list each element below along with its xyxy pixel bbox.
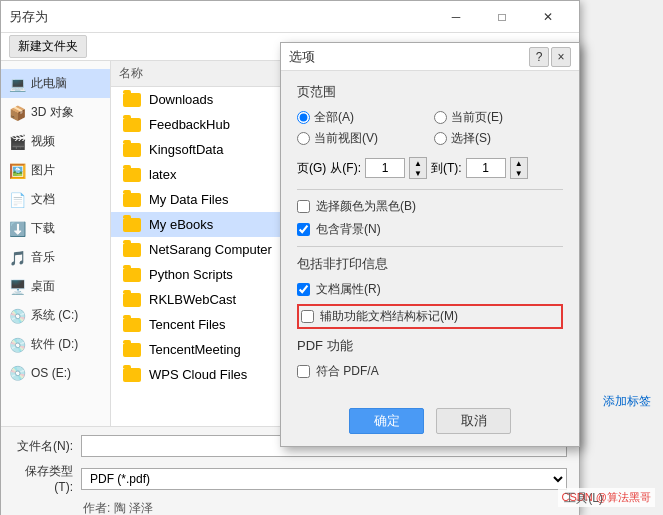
pictures-icon: 🖼️	[9, 163, 25, 179]
radio-currentview-label: 当前视图(V)	[314, 130, 378, 147]
sidebar-item-os-e[interactable]: 💿 OS (E:)	[1, 359, 110, 387]
color-checkbox-row: 选择颜色为黑色(B)	[297, 198, 563, 215]
filename-label: 文件名(N):	[13, 438, 73, 455]
minimize-button[interactable]: ─	[433, 1, 479, 33]
file-name: Tencent Files	[149, 317, 226, 332]
to-label: 到(T):	[431, 160, 462, 177]
options-title-bar: 选项 ? ×	[281, 43, 579, 71]
tools-label: 工具(L)	[564, 490, 603, 507]
background-checkbox-row: 包含背景(N)	[297, 221, 563, 238]
options-dialog-title: 选项	[289, 48, 315, 66]
folder-icon	[123, 343, 141, 357]
folder-icon	[123, 318, 141, 332]
folder-icon	[123, 243, 141, 257]
music-icon: 🎵	[9, 250, 25, 266]
sidebar-item-pictures[interactable]: 🖼️ 图片	[1, 156, 110, 185]
structure-tags-label: 辅助功能文档结构标记(M)	[320, 308, 458, 325]
to-input[interactable]	[466, 158, 506, 178]
background-label: 包含背景(N)	[316, 221, 381, 238]
options-footer: 确定 取消	[281, 398, 579, 446]
sidebar-item-music[interactable]: 🎵 音乐	[1, 243, 110, 272]
to-spinner-down[interactable]: ▼	[511, 168, 527, 178]
drive-c-icon: 💿	[9, 308, 25, 324]
folder-icon	[123, 368, 141, 382]
options-body: 页范围 全部(A) 当前页(E) 当前视图(V) 选择(S) 页(G) 从	[281, 71, 579, 398]
filetype-label: 保存类型(T):	[13, 463, 73, 494]
sidebar-item-desktop[interactable]: 🖥️ 桌面	[1, 272, 110, 301]
maximize-button[interactable]: □	[479, 1, 525, 33]
radio-all-label: 全部(A)	[314, 109, 354, 126]
color-checkbox[interactable]	[297, 200, 310, 213]
from-input[interactable]	[365, 158, 405, 178]
sidebar-item-downloads[interactable]: ⬇️ 下载	[1, 214, 110, 243]
folder-icon	[123, 93, 141, 107]
from-label: 从(F):	[330, 160, 361, 177]
file-name: WPS Cloud Files	[149, 367, 247, 382]
radio-selection-label: 选择(S)	[451, 130, 491, 147]
options-title-buttons: ? ×	[529, 47, 571, 67]
sidebar-item-soft-d[interactable]: 💿 软件 (D:)	[1, 330, 110, 359]
folder-icon	[123, 168, 141, 182]
drive-e-icon: 💿	[9, 365, 25, 381]
pdf-section: PDF 功能 符合 PDF/A	[297, 337, 563, 380]
file-name: latex	[149, 167, 176, 182]
radio-selection[interactable]: 选择(S)	[434, 130, 563, 147]
from-spinner: ▲ ▼	[409, 157, 427, 179]
sidebar-item-this-pc[interactable]: 💻 此电脑	[1, 69, 110, 98]
doc-prop-label: 文档属性(R)	[316, 281, 381, 298]
page-range-title: 页范围	[297, 83, 563, 101]
doc-prop-checkbox-row: 文档属性(R)	[297, 281, 563, 298]
sidebar-label-downloads: 下载	[31, 220, 55, 237]
new-folder-button[interactable]: 新建文件夹	[9, 35, 87, 58]
close-button[interactable]: ✕	[525, 1, 571, 33]
sidebar-label-this-pc: 此电脑	[31, 75, 67, 92]
sidebar-item-video[interactable]: 🎬 视频	[1, 127, 110, 156]
desktop-icon: 🖥️	[9, 279, 25, 295]
sidebar-item-docs[interactable]: 📄 文档	[1, 185, 110, 214]
to-spinner-up[interactable]: ▲	[511, 158, 527, 168]
radio-current-label: 当前页(E)	[451, 109, 503, 126]
from-spinner-up[interactable]: ▲	[410, 158, 426, 168]
radio-currentview-input[interactable]	[297, 132, 310, 145]
page-range-radio-group: 全部(A) 当前页(E) 当前视图(V) 选择(S)	[297, 109, 563, 147]
options-close-button[interactable]: ×	[551, 47, 571, 67]
radio-current[interactable]: 当前页(E)	[434, 109, 563, 126]
folder-icon	[123, 218, 141, 232]
page-range-inputs: 页(G) 从(F): ▲ ▼ 到(T): ▲ ▼	[297, 157, 563, 179]
page-label: 页(G)	[297, 160, 326, 177]
structure-tags-checkbox[interactable]	[301, 310, 314, 323]
sidebar-item-system-c[interactable]: 💿 系统 (C:)	[1, 301, 110, 330]
computer-icon: 💻	[9, 76, 25, 92]
from-spinner-down[interactable]: ▼	[410, 168, 426, 178]
radio-current-input[interactable]	[434, 111, 447, 124]
radio-current-view[interactable]: 当前视图(V)	[297, 130, 426, 147]
filetype-select[interactable]: PDF (*.pdf)	[81, 468, 567, 490]
sidebar-label-os-e: OS (E:)	[31, 366, 71, 380]
folder-icon	[123, 118, 141, 132]
doc-prop-checkbox[interactable]	[297, 283, 310, 296]
title-bar: 另存为 ─ □ ✕	[1, 1, 579, 33]
sidebar-label-pictures: 图片	[31, 162, 55, 179]
sidebar-label-desktop: 桌面	[31, 278, 55, 295]
3d-icon: 📦	[9, 105, 25, 121]
folder-icon	[123, 193, 141, 207]
to-spinner: ▲ ▼	[510, 157, 528, 179]
author-info: 作者: 陶 泽泽	[83, 500, 567, 515]
sidebar-label-video: 视频	[31, 133, 55, 150]
file-name: RKLBWebCast	[149, 292, 236, 307]
radio-selection-input[interactable]	[434, 132, 447, 145]
options-help-button[interactable]: ?	[529, 47, 549, 67]
cancel-button[interactable]: 取消	[436, 408, 511, 434]
folder-icon	[123, 268, 141, 282]
radio-all[interactable]: 全部(A)	[297, 109, 426, 126]
pdf-a-checkbox[interactable]	[297, 365, 310, 378]
radio-all-input[interactable]	[297, 111, 310, 124]
dialog-title: 另存为	[9, 8, 433, 26]
column-name: 名称	[119, 65, 143, 82]
file-name: My eBooks	[149, 217, 213, 232]
sidebar-item-3d[interactable]: 📦 3D 对象	[1, 98, 110, 127]
ok-button[interactable]: 确定	[349, 408, 424, 434]
divider-1	[297, 189, 563, 190]
add-tag-link[interactable]: 添加标签	[603, 393, 651, 410]
background-checkbox[interactable]	[297, 223, 310, 236]
